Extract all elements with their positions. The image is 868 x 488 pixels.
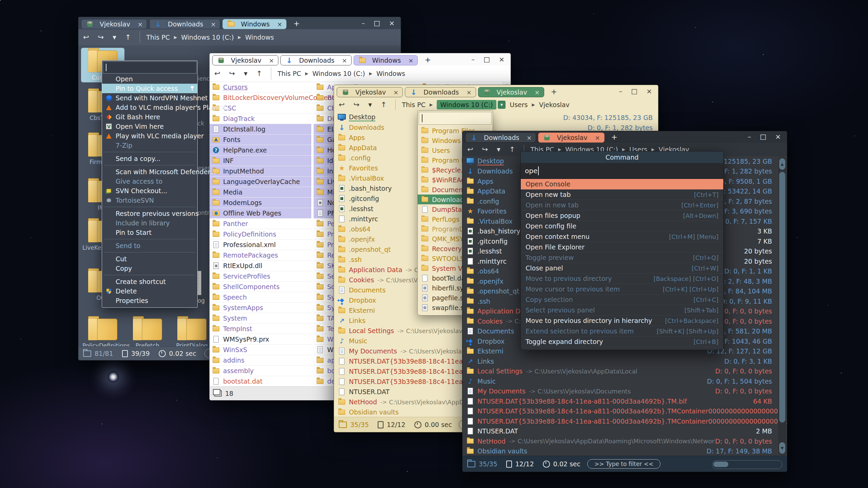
window-control-button[interactable]: □ <box>374 19 380 27</box>
tab-close-icon[interactable]: × <box>211 21 216 28</box>
context-menu-item[interactable]: Pin to Start <box>102 228 197 237</box>
command-item[interactable]: Copy selection [Ctrl+C] <box>521 294 723 305</box>
breadcrumb-item[interactable]: Windows 10 (C:) <box>437 100 496 109</box>
file-row[interactable]: WinSxS <box>210 345 311 355</box>
command-item[interactable]: Toggle preview [Ctrl+Q] <box>521 252 723 263</box>
breadcrumb-item[interactable]: This PC <box>277 70 301 77</box>
file-tile[interactable]: Prefetch <box>127 319 168 346</box>
type-to-filter-button[interactable]: >> Type to filter << <box>587 459 660 469</box>
command-item[interactable]: Open in new tab [Ctrl+Enter] <box>521 200 723 210</box>
context-menu-item[interactable]: Send to ▶ <box>102 241 197 250</box>
file-row[interactable]: PolicyDefinitions <box>210 229 311 240</box>
nav-button[interactable]: ↪ <box>482 145 488 154</box>
scroll-down-icon[interactable]: ▼ <box>779 442 785 454</box>
context-menu-item[interactable]: Send with NordVPN Meshnet <box>102 93 197 103</box>
nav-button[interactable]: ↑ <box>125 33 131 41</box>
tab-close-icon[interactable]: × <box>342 57 347 64</box>
file-row[interactable]: Panther <box>210 219 311 229</box>
command-item[interactable]: Move to previous directory [Backspace] [… <box>521 273 723 284</box>
file-row[interactable]: Local Settings -> C:\Users\Vjekoslav\App… <box>462 366 787 377</box>
file-tile[interactable]: PolicyDefinitions <box>82 319 123 346</box>
command-item[interactable]: Toggle expand directory [Ctrl+B] <box>521 337 723 347</box>
w4-horizontal-scrollbar[interactable] <box>712 460 782 469</box>
command-item[interactable]: Open files popup [Alt+Down] <box>521 210 723 221</box>
w4-vertical-scrollbar[interactable]: ▲ ▼ <box>778 157 786 455</box>
file-row[interactable]: BitLockerDiscoveryVolumeContents <box>210 93 311 103</box>
command-item[interactable]: Select previous panel [Shift+Tab] <box>521 305 723 316</box>
window-control-button[interactable]: – <box>471 55 475 63</box>
nav-button[interactable]: ↩ <box>339 101 345 109</box>
breadcrumb-item[interactable]: Windows 10 (C:) <box>312 70 365 77</box>
tab-close-icon[interactable]: × <box>138 21 143 28</box>
file-row[interactable]: INF <box>210 156 311 166</box>
file-row[interactable]: LanguageOverlayCache <box>210 177 311 187</box>
w3-tab[interactable]: Vjekoslav × <box>478 87 544 97</box>
file-row[interactable]: WMSysPr9.prx <box>210 334 311 345</box>
breadcrumb-item[interactable]: This PC <box>402 101 426 108</box>
file-row[interactable]: InputMethod <box>210 166 311 177</box>
context-menu-item[interactable]: Cut [Ctrl+X] <box>102 254 197 264</box>
new-tab-button[interactable]: + <box>425 56 431 64</box>
command-item[interactable]: Move to previous directory in hierarchy … <box>521 316 723 326</box>
context-menu-item[interactable] <box>104 207 195 207</box>
command-palette-input[interactable]: ope <box>521 163 723 179</box>
file-row[interactable]: Obsidian vaults -> D: 17, F: 149, 38 MB <box>462 446 787 456</box>
context-menu-item[interactable]: TortoiseSVN ▶ <box>102 196 197 205</box>
tab-close-icon[interactable]: × <box>535 89 540 96</box>
context-menu-item[interactable]: Delete [Delete] <box>102 286 197 296</box>
file-row[interactable]: RemotePackages <box>210 250 311 261</box>
tab-close-icon[interactable]: × <box>393 89 398 96</box>
context-menu-item[interactable]: Git Bash Here <box>102 112 197 122</box>
window-control-button[interactable]: – <box>619 87 622 95</box>
breadcrumb-item[interactable]: Windows 10 (C:) <box>181 34 234 41</box>
context-menu-item[interactable] <box>104 165 195 165</box>
w1-tab[interactable]: Vjekoslav × <box>81 19 147 29</box>
file-row[interactable]: NTUSER.DAT{53b39e88-18c4-11ea-a811-000d3… <box>462 416 787 426</box>
window-control-button[interactable]: – <box>748 133 751 141</box>
window-control-button[interactable]: × <box>499 55 505 63</box>
w2-tab[interactable]: Vjekoslav × <box>212 55 278 65</box>
context-menu-item[interactable]: Copy [Ctrl+C] <box>102 264 197 273</box>
context-menu-item[interactable] <box>104 239 195 239</box>
file-row[interactable]: Professional.xml <box>210 240 311 250</box>
file-row[interactable]: RtlExUpd.dll <box>210 261 311 271</box>
command-item[interactable]: Open Console <box>521 179 723 189</box>
w3-tab[interactable]: Vjekoslav × <box>337 87 403 97</box>
window-control-button[interactable]: – <box>361 19 365 27</box>
file-row[interactable]: NTUSER.DAT{53b39e88-18c4-11ea-a811-000d3… <box>462 396 787 406</box>
breadcrumb-item[interactable]: Windows <box>245 34 274 41</box>
w4-tab[interactable]: Vjekoslav × <box>538 133 604 143</box>
file-row[interactable]: HelpPane.exe <box>210 145 311 156</box>
w1-tab[interactable]: Windows × <box>222 19 287 29</box>
nav-button[interactable]: ▾ <box>113 33 116 41</box>
command-item[interactable]: Move cursor to previous item [Ctrl+K] [C… <box>521 284 723 294</box>
file-row[interactable]: TempInst <box>210 324 311 334</box>
window-control-button[interactable]: □ <box>631 87 637 95</box>
nav-button[interactable]: ↩ <box>83 33 89 41</box>
tab-close-icon[interactable]: × <box>527 134 532 141</box>
file-row[interactable]: SystemApps <box>210 303 311 313</box>
context-menu-item[interactable]: Include in library ▶ <box>102 218 197 228</box>
file-row[interactable]: NTUSER.DAT -> 2 MB <box>462 426 787 436</box>
context-menu-item[interactable]: Give access to ▶ <box>102 177 197 186</box>
context-menu-item[interactable]: Play with VLC media player <box>102 131 197 141</box>
file-row[interactable]: Offline Web Pages <box>210 208 311 219</box>
nav-button[interactable]: ▾ <box>368 101 372 109</box>
file-row[interactable]: Fonts <box>210 135 311 145</box>
context-menu-item[interactable]: Pin to Quick access <box>102 84 197 93</box>
window-control-button[interactable]: × <box>646 87 652 95</box>
file-row[interactable]: My Documents -> C:\Users\Vjekoslav\Docum… <box>462 386 787 396</box>
context-menu-item[interactable]: Restore previous versions <box>102 209 197 218</box>
window-control-button[interactable]: × <box>775 133 781 141</box>
context-menu-item[interactable]: Properties <box>102 296 197 305</box>
file-row[interactable]: System <box>210 313 311 324</box>
breadcrumb-item[interactable]: Vjekoslav <box>539 101 570 108</box>
context-menu-item[interactable] <box>104 252 195 252</box>
context-menu-item[interactable]: Open Vim here <box>102 122 197 131</box>
nav-button[interactable]: ↩ <box>467 145 473 154</box>
window-control-button[interactable]: □ <box>760 133 766 141</box>
tab-close-icon[interactable]: × <box>595 134 600 141</box>
file-row[interactable]: Cursors <box>210 82 311 93</box>
nav-button[interactable]: ↩ <box>214 69 220 78</box>
breadcrumb-item[interactable]: Users <box>510 101 528 108</box>
